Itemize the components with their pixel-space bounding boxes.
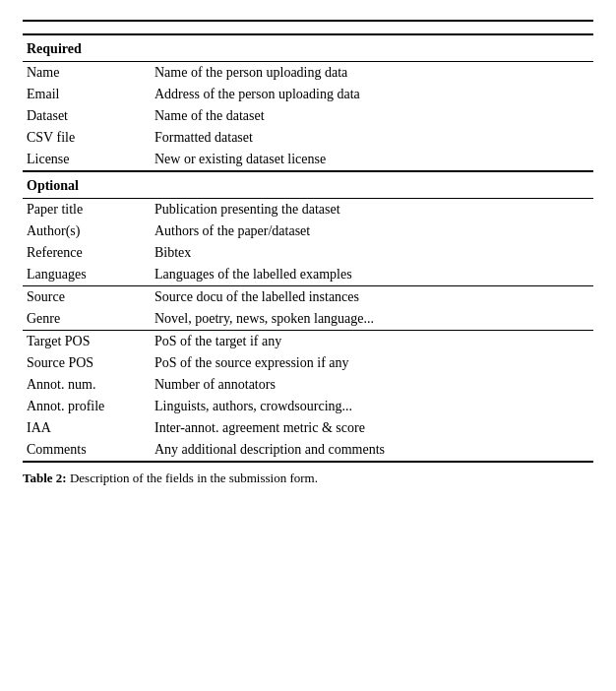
table-row: EmailAddress of the person uploading dat… [23, 84, 593, 105]
column-header-description [151, 21, 593, 34]
table-row: IAAInter-annot. agreement metric & score [23, 417, 593, 439]
table-row: LanguagesLanguages of the labelled examp… [23, 264, 593, 286]
table-row: Annot. num.Number of annotators [23, 374, 593, 396]
table-row: Source POSPoS of the source expression i… [23, 352, 593, 374]
description-cell: Linguists, authors, crowdsourcing... [151, 396, 593, 417]
description-cell: Name of the person uploading data [151, 62, 593, 85]
table-row: SourceSource docu of the labelled instan… [23, 286, 593, 308]
description-cell: PoS of the source expression if any [151, 352, 593, 374]
field-cell: License [23, 149, 151, 171]
field-cell: Annot. profile [23, 396, 151, 417]
table-row: DatasetName of the dataset [23, 105, 593, 127]
field-cell: Languages [23, 264, 151, 286]
field-cell: Email [23, 84, 151, 105]
table-row: Paper titlePublication presenting the da… [23, 199, 593, 221]
field-cell: Source POS [23, 352, 151, 374]
description-cell: Publication presenting the dataset [151, 199, 593, 221]
description-cell: PoS of the target if any [151, 331, 593, 352]
table-header-row [23, 21, 593, 34]
field-cell: Annot. num. [23, 374, 151, 396]
section-header-optional: Optional [23, 171, 593, 199]
field-cell: Author(s) [23, 220, 151, 242]
column-header-field [23, 21, 151, 34]
field-cell: CSV file [23, 127, 151, 149]
field-cell: IAA [23, 417, 151, 439]
description-cell: Any additional description and comments [151, 439, 593, 462]
table-row: NameName of the person uploading data [23, 62, 593, 85]
description-cell: Novel, poetry, news, spoken language... [151, 308, 593, 331]
field-cell: Paper title [23, 199, 151, 221]
field-cell: Reference [23, 242, 151, 264]
field-cell: Genre [23, 308, 151, 331]
description-cell: Authors of the paper/dataset [151, 220, 593, 242]
field-cell: Target POS [23, 331, 151, 352]
caption-label: Table 2: [23, 471, 67, 485]
table-row: Annot. profileLinguists, authors, crowds… [23, 396, 593, 417]
description-cell: New or existing dataset license [151, 149, 593, 171]
section-label: Required [23, 34, 593, 62]
description-cell: Languages of the labelled examples [151, 264, 593, 286]
table-row: LicenseNew or existing dataset license [23, 149, 593, 171]
description-cell: Name of the dataset [151, 105, 593, 127]
field-cell: Name [23, 62, 151, 85]
table-row: CommentsAny additional description and c… [23, 439, 593, 462]
section-label: Optional [23, 171, 593, 199]
table-caption: Table 2: Description of the fields in th… [23, 471, 593, 486]
table-row: GenreNovel, poetry, news, spoken languag… [23, 308, 593, 331]
data-table: RequiredNameName of the person uploading… [23, 20, 593, 463]
field-cell: Comments [23, 439, 151, 462]
table-container: RequiredNameName of the person uploading… [23, 20, 593, 486]
description-cell: Inter-annot. agreement metric & score [151, 417, 593, 439]
table-row: Author(s)Authors of the paper/dataset [23, 220, 593, 242]
description-cell: Source docu of the labelled instances [151, 286, 593, 308]
table-row: ReferenceBibtex [23, 242, 593, 264]
description-cell: Formatted dataset [151, 127, 593, 149]
table-row: Target POSPoS of the target if any [23, 331, 593, 352]
description-cell: Bibtex [151, 242, 593, 264]
description-cell: Number of annotators [151, 374, 593, 396]
field-cell: Dataset [23, 105, 151, 127]
caption-text: Description of the fields in the submiss… [70, 471, 318, 485]
section-header-required: Required [23, 34, 593, 62]
description-cell: Address of the person uploading data [151, 84, 593, 105]
field-cell: Source [23, 286, 151, 308]
table-row: CSV fileFormatted dataset [23, 127, 593, 149]
